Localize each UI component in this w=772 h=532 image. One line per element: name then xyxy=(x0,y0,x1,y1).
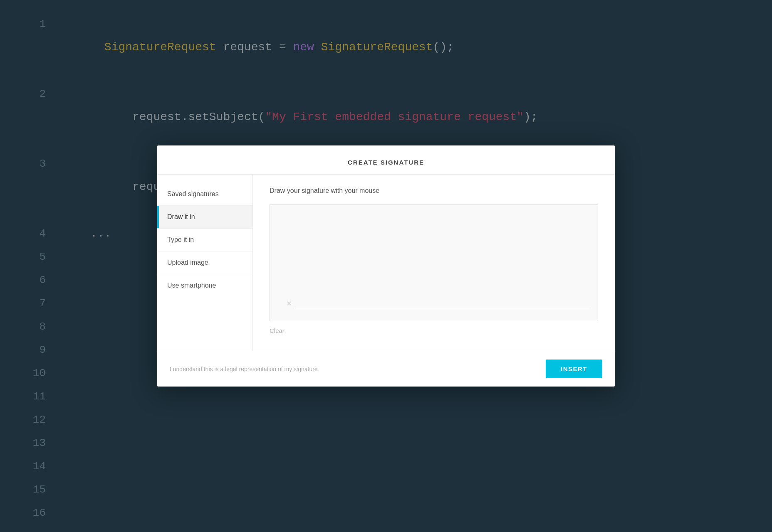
sidebar-item-saved-signatures[interactable]: Saved signatures xyxy=(157,183,252,206)
canvas-x-mark: ✕ xyxy=(287,298,292,308)
legal-text: I understand this is a legal representat… xyxy=(170,366,318,372)
sidebar-item-label: Upload image xyxy=(167,259,208,266)
sidebar-item-label: Use smartphone xyxy=(167,282,216,289)
signature-canvas[interactable]: ✕ xyxy=(270,204,598,321)
sidebar-item-label: Type it in xyxy=(167,236,194,243)
sidebar-item-label: Draw it in xyxy=(167,213,195,220)
sidebar-item-upload-image[interactable]: Upload image xyxy=(157,251,252,274)
sidebar-item-use-smartphone[interactable]: Use smartphone xyxy=(157,274,252,297)
clear-button[interactable]: Clear xyxy=(270,327,598,334)
canvas-baseline xyxy=(295,309,589,309)
modal-footer: I understand this is a legal representat… xyxy=(157,351,615,387)
sidebar-item-draw-it-in[interactable]: Draw it in xyxy=(157,206,252,229)
create-signature-modal: CREATE SIGNATURE Saved signatures Draw i… xyxy=(157,145,615,387)
draw-description: Draw your signature with your mouse xyxy=(270,187,598,195)
sidebar-item-type-it-in[interactable]: Type it in xyxy=(157,229,252,251)
signature-sidebar: Saved signatures Draw it in Type it in U… xyxy=(157,175,253,351)
modal-overlay: CREATE SIGNATURE Saved signatures Draw i… xyxy=(0,0,772,532)
modal-body: Saved signatures Draw it in Type it in U… xyxy=(157,175,615,351)
modal-title: CREATE SIGNATURE xyxy=(157,145,615,175)
insert-button[interactable]: INSERT xyxy=(546,360,602,378)
signature-main-content: Draw your signature with your mouse ✕ Cl… xyxy=(253,175,615,351)
